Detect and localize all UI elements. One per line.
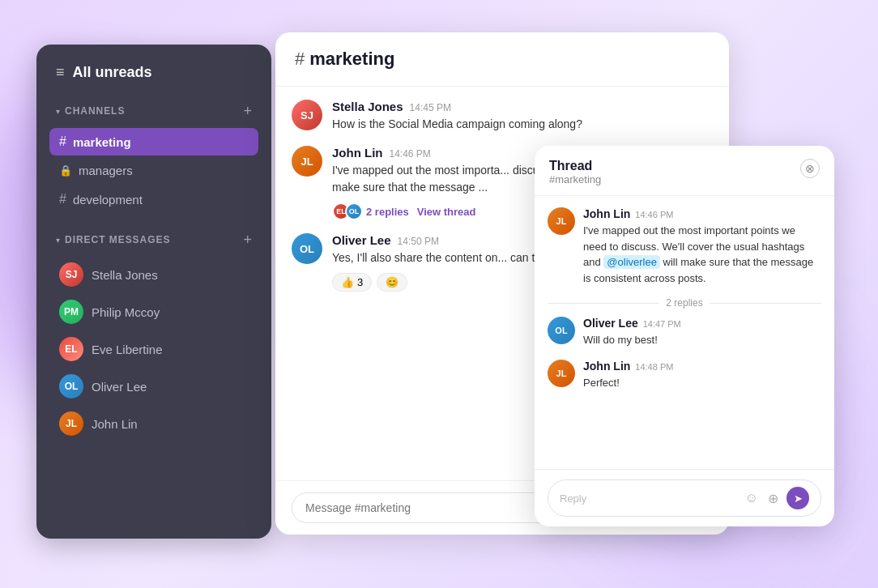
thread-avatar-john2: JL [548, 360, 575, 387]
channel-name-development: development [73, 193, 143, 207]
avatar-stella: SJ [59, 262, 83, 287]
thread-message-oliver: OL Oliver Lee 14:47 PM Will do my best! [548, 317, 821, 348]
thread-time-oliver: 14:47 PM [643, 319, 681, 329]
thread-text-oliver: Will do my best! [583, 332, 681, 348]
chat-channel-name: marketing [309, 49, 394, 70]
msg-author-oliver: Oliver Lee [332, 233, 391, 247]
thread-close-button[interactable]: ⊗ [800, 159, 820, 178]
thread-header-john2: John Lin 14:48 PM [583, 360, 673, 373]
view-thread-button[interactable]: View thread [417, 206, 476, 218]
dm-name-oliver: Oliver Lee [92, 380, 147, 394]
dm-item-eve[interactable]: EL Eve Libertine [49, 331, 258, 367]
thread-time-john2: 14:48 PM [635, 362, 673, 372]
thread-avatar-oliver: OL [548, 317, 575, 344]
sidebar-item-managers[interactable]: 🔒 managers [49, 157, 258, 184]
thread-reply-input: Reply ☺ ⊕ ➤ [535, 469, 834, 526]
dm-item-philip[interactable]: PM Philip Mccoy [49, 294, 258, 330]
message-stella: SJ Stella Jones 14:45 PM How is the Soci… [292, 100, 713, 133]
thread-message-john: JL John Lin 14:46 PM I've mapped out the… [548, 207, 821, 286]
dm-add-icon[interactable]: + [243, 232, 252, 247]
msg-time-stella: 14:45 PM [410, 102, 451, 113]
reaction-thumbsup[interactable]: 👍 3 [332, 273, 372, 292]
reaction-count-thumbsup: 3 [357, 276, 363, 288]
channels-section-header: ▾ CHANNELS + [49, 100, 258, 121]
channel-hash-icon: # [59, 134, 66, 149]
chat-hash-icon: # [295, 49, 305, 70]
dm-name-john: John Lin [92, 417, 138, 431]
avatar-philip: PM [59, 300, 83, 324]
channels-add-icon[interactable]: + [243, 104, 252, 118]
dm-section-header: ▾ DIRECT MESSAGES + [49, 229, 258, 250]
dm-name-philip: Philip Mccoy [92, 305, 160, 319]
thread-text-john: I've mapped out the most important point… [583, 223, 821, 286]
dm-item-john[interactable]: JL John Lin [49, 406, 258, 441]
channels-chevron-icon[interactable]: ▾ [56, 107, 60, 116]
thread-content-john: John Lin 14:46 PM I've mapped out the mo… [583, 207, 821, 286]
dm-section: ▾ DIRECT MESSAGES + SJ Stella Jones PM P… [49, 229, 258, 441]
channel-name-managers: managers [79, 164, 133, 177]
dm-name-eve: Eve Libertine [92, 343, 163, 356]
msg-author-stella: Stella Jones [332, 100, 403, 113]
thread-author-john: John Lin [583, 207, 630, 220]
channel-hash-icon-dev: # [59, 192, 66, 207]
msg-avatar-john: JL [292, 146, 322, 177]
thread-content-john2: John Lin 14:48 PM Perfect! [583, 360, 673, 391]
thread-title: Thread [549, 159, 601, 173]
thread-time-john: 14:46 PM [635, 210, 673, 219]
msg-avatar-oliver: OL [292, 233, 322, 264]
thread-avatar-john: JL [548, 207, 575, 235]
thread-message-john2: JL John Lin 14:48 PM Perfect! [548, 360, 821, 391]
channels-section-label: CHANNELS [65, 105, 125, 117]
msg-avatar-stella: SJ [292, 100, 322, 130]
replies-divider-text: 2 replies [666, 297, 702, 309]
msg-content-stella: Stella Jones 14:45 PM How is the Social … [332, 100, 582, 133]
channels-section-header-left: ▾ CHANNELS [56, 105, 125, 117]
thread-panel: Thread #marketing ⊗ JL John Lin 14:46 PM… [535, 146, 834, 526]
thread-messages[interactable]: JL John Lin 14:46 PM I've mapped out the… [535, 196, 834, 469]
thread-reply-box: Reply ☺ ⊕ ➤ [548, 479, 821, 517]
hamburger-icon[interactable]: ≡ [56, 64, 65, 81]
thread-header-info: Thread #marketing [549, 159, 601, 185]
divider-line-right [710, 303, 821, 304]
thread-header-john: John Lin 14:46 PM [583, 207, 821, 220]
attach-button[interactable]: ⊕ [766, 491, 780, 506]
msg-time-oliver: 14:50 PM [398, 236, 439, 247]
replies-count: 2 replies [366, 206, 409, 218]
avatar-oliver: OL [59, 374, 83, 398]
divider-line-left [548, 303, 659, 304]
sidebar: ≡ All unreads ▾ CHANNELS + # marketing 🔒… [36, 45, 271, 539]
mention-oliverlee: @oliverlee [603, 255, 660, 269]
reply-avatars: EL OL [332, 202, 358, 220]
replies-divider: 2 replies [548, 297, 821, 309]
sidebar-item-development[interactable]: # development [49, 185, 258, 213]
chat-channel-title: # marketing [295, 49, 710, 70]
sidebar-item-marketing[interactable]: # marketing [49, 128, 258, 156]
sidebar-header: ≡ All unreads [49, 64, 258, 81]
msg-time-john: 14:46 PM [390, 148, 431, 160]
thread-text-john2: Perfect! [583, 375, 673, 391]
sidebar-title: All unreads [73, 64, 152, 81]
dm-item-oliver[interactable]: OL Oliver Lee [49, 369, 258, 404]
reaction-emoji-smile: 😊 [386, 276, 399, 288]
thread-header: Thread #marketing ⊗ [535, 146, 834, 196]
reaction-emoji-thumbsup: 👍 [341, 276, 354, 288]
dm-name-stella: Stella Jones [92, 268, 158, 282]
channel-name-marketing: marketing [73, 135, 131, 149]
thread-content-oliver: Oliver Lee 14:47 PM Will do my best! [583, 317, 681, 348]
avatar-eve: EL [59, 337, 83, 361]
chat-header: # marketing [275, 32, 729, 87]
thread-author-john2: John Lin [583, 360, 630, 373]
dm-section-header-left: ▾ DIRECT MESSAGES [56, 234, 170, 245]
dm-item-stella[interactable]: SJ Stella Jones [49, 257, 258, 292]
thread-author-oliver: Oliver Lee [583, 317, 638, 330]
msg-author-john: John Lin [332, 146, 383, 160]
send-button[interactable]: ➤ [786, 487, 809, 509]
reaction-smile[interactable]: 😊 [377, 273, 407, 292]
dm-chevron-icon[interactable]: ▾ [56, 236, 60, 245]
reply-input-placeholder[interactable]: Reply [560, 492, 737, 505]
emoji-picker-button[interactable]: ☺ [744, 491, 760, 505]
msg-header-stella: Stella Jones 14:45 PM [332, 100, 582, 113]
lock-icon: 🔒 [59, 164, 72, 177]
avatar-john: JL [59, 411, 83, 436]
thread-channel: #marketing [549, 173, 601, 185]
